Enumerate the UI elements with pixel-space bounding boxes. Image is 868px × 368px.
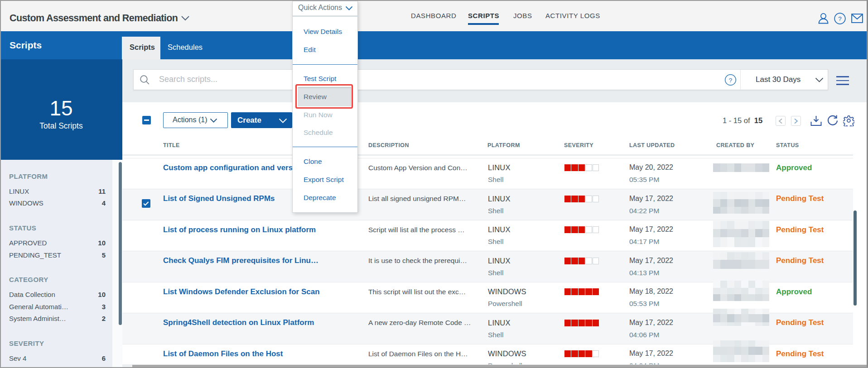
svg-text:?: ? — [729, 77, 733, 84]
svg-text:?: ? — [838, 15, 842, 22]
